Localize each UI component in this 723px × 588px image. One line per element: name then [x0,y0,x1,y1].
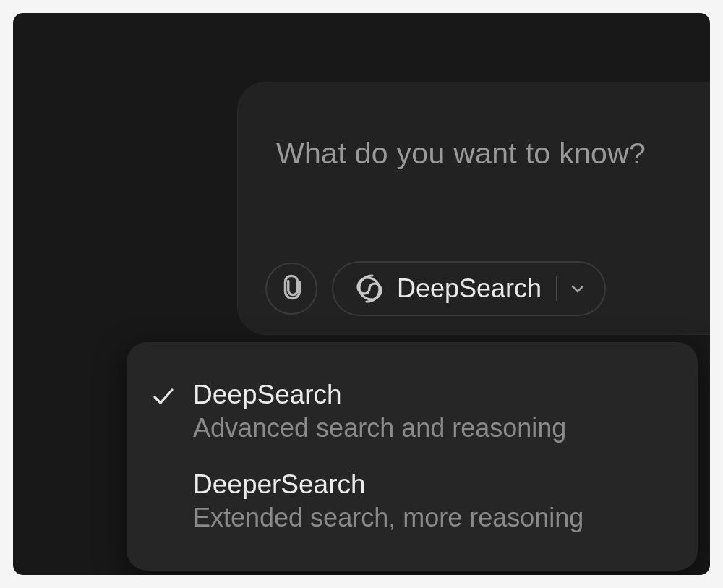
dropdown-item-description: Advanced search and reasoning [193,413,669,443]
dropdown-item-text: DeeperSearch Extended search, more reaso… [193,469,669,533]
search-mode-dropdown: DeepSearch Advanced search and reasoning… [127,342,698,571]
spiral-icon [355,274,384,303]
dropdown-item-description: Extended search, more reasoning [193,503,669,533]
app-frame: What do you want to know? De [13,13,710,575]
prompt-placeholder[interactable]: What do you want to know? [276,137,646,171]
chevron-down-icon [570,281,586,297]
dropdown-item-text: DeepSearch Advanced search and reasoning [193,380,669,443]
check-column [153,380,193,409]
pill-divider [556,276,557,301]
check-column [153,469,193,477]
dropdown-item-deepersearch[interactable]: DeeperSearch Extended search, more reaso… [127,456,698,546]
paperclip-icon [279,273,304,304]
attach-button[interactable] [265,263,317,315]
dropdown-item-title: DeeperSearch [193,469,669,500]
search-mode-label: DeepSearch [397,273,542,304]
search-mode-button[interactable]: DeepSearch [332,261,606,316]
dropdown-item-title: DeepSearch [193,380,669,410]
composer-box: What do you want to know? De [237,82,710,335]
composer-toolbar: DeepSearch [265,261,606,316]
check-icon [153,387,174,409]
dropdown-item-deepsearch[interactable]: DeepSearch Advanced search and reasoning [127,367,698,456]
